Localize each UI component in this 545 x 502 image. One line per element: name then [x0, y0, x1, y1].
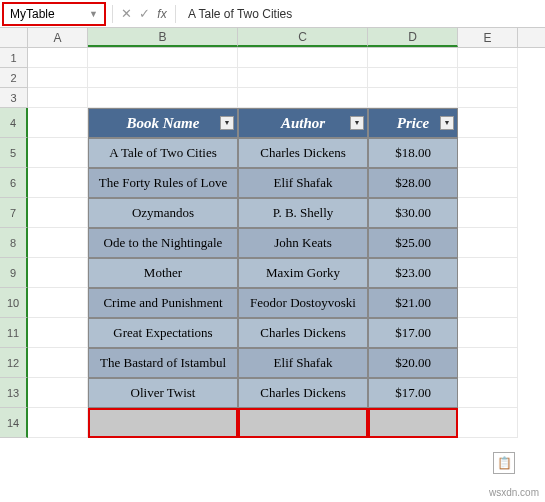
- col-header-e[interactable]: E: [458, 28, 518, 47]
- cell-author[interactable]: Elif Shafak: [238, 348, 368, 378]
- filter-dropdown-icon[interactable]: ▼: [220, 116, 234, 130]
- cell[interactable]: [28, 378, 88, 408]
- cell-price[interactable]: $20.00: [368, 348, 458, 378]
- cell[interactable]: [28, 408, 88, 438]
- cell[interactable]: [458, 408, 518, 438]
- cell-price[interactable]: $17.00: [368, 318, 458, 348]
- cell[interactable]: [368, 88, 458, 108]
- cell[interactable]: [458, 318, 518, 348]
- row-header[interactable]: 7: [0, 198, 28, 228]
- row-header[interactable]: 1: [0, 48, 28, 68]
- cell[interactable]: [238, 88, 368, 108]
- filter-dropdown-icon[interactable]: ▼: [350, 116, 364, 130]
- formula-input[interactable]: A Tale of Two Cities: [180, 0, 545, 27]
- cell[interactable]: [28, 228, 88, 258]
- col-header-b[interactable]: B: [88, 28, 238, 47]
- row-header[interactable]: 4: [0, 108, 28, 138]
- row-header[interactable]: 13: [0, 378, 28, 408]
- cell-author[interactable]: Elif Shafak: [238, 168, 368, 198]
- cell-author[interactable]: Charles Dickens: [238, 378, 368, 408]
- cell[interactable]: [458, 348, 518, 378]
- paste-options-icon[interactable]: 📋: [493, 452, 515, 474]
- cell[interactable]: [28, 88, 88, 108]
- cell[interactable]: [28, 348, 88, 378]
- cell[interactable]: [458, 378, 518, 408]
- cell[interactable]: [88, 88, 238, 108]
- cell-book[interactable]: The Bastard of Istambul: [88, 348, 238, 378]
- cell[interactable]: [28, 68, 88, 88]
- cell-price[interactable]: $23.00: [368, 258, 458, 288]
- cell[interactable]: [368, 68, 458, 88]
- cell-book[interactable]: Mother: [88, 258, 238, 288]
- row-header[interactable]: 14: [0, 408, 28, 438]
- row-header[interactable]: 9: [0, 258, 28, 288]
- col-header-d[interactable]: D: [368, 28, 458, 47]
- cell[interactable]: [88, 48, 238, 68]
- cell[interactable]: [458, 48, 518, 68]
- cell-book[interactable]: Great Expectations: [88, 318, 238, 348]
- cell-price[interactable]: $30.00: [368, 198, 458, 228]
- cell[interactable]: [458, 228, 518, 258]
- cell-author[interactable]: P. B. Shelly: [238, 198, 368, 228]
- cell[interactable]: [28, 48, 88, 68]
- cancel-icon[interactable]: ✕: [117, 6, 135, 21]
- row-header[interactable]: 8: [0, 228, 28, 258]
- cell[interactable]: [28, 138, 88, 168]
- cell-book[interactable]: A Tale of Two Cities: [88, 138, 238, 168]
- row-header[interactable]: 2: [0, 68, 28, 88]
- name-box[interactable]: MyTable ▼: [2, 2, 106, 26]
- cell[interactable]: [28, 108, 88, 138]
- cell-author[interactable]: John Keats: [238, 228, 368, 258]
- cell[interactable]: [238, 408, 368, 438]
- col-header-a[interactable]: A: [28, 28, 88, 47]
- row-header[interactable]: 6: [0, 168, 28, 198]
- cell[interactable]: [28, 318, 88, 348]
- table-header-price[interactable]: Price▼: [368, 108, 458, 138]
- cell[interactable]: [458, 168, 518, 198]
- cell-author[interactable]: Maxim Gorky: [238, 258, 368, 288]
- cell-price[interactable]: $25.00: [368, 228, 458, 258]
- check-icon[interactable]: ✓: [135, 6, 153, 21]
- cell[interactable]: [28, 198, 88, 228]
- cell[interactable]: [458, 108, 518, 138]
- cell[interactable]: [458, 68, 518, 88]
- table-header-author[interactable]: Author▼: [238, 108, 368, 138]
- cell-book[interactable]: Ode to the Nightingale: [88, 228, 238, 258]
- cell[interactable]: [458, 138, 518, 168]
- row-header[interactable]: 10: [0, 288, 28, 318]
- row-header[interactable]: 5: [0, 138, 28, 168]
- row-header[interactable]: 12: [0, 348, 28, 378]
- cell-price[interactable]: $17.00: [368, 378, 458, 408]
- cell[interactable]: [28, 168, 88, 198]
- cell[interactable]: [458, 288, 518, 318]
- cell[interactable]: [458, 258, 518, 288]
- row-header[interactable]: 3: [0, 88, 28, 108]
- cell[interactable]: [458, 198, 518, 228]
- cell-book[interactable]: Crime and Punishment: [88, 288, 238, 318]
- cell[interactable]: [238, 68, 368, 88]
- cell[interactable]: [28, 258, 88, 288]
- col-header-c[interactable]: C: [238, 28, 368, 47]
- cell[interactable]: [458, 88, 518, 108]
- filter-dropdown-icon[interactable]: ▼: [440, 116, 454, 130]
- row-header[interactable]: 11: [0, 318, 28, 348]
- cell[interactable]: [28, 288, 88, 318]
- cell[interactable]: [368, 48, 458, 68]
- cell[interactable]: [88, 68, 238, 88]
- cell-price[interactable]: $18.00: [368, 138, 458, 168]
- cell-book[interactable]: Ozymandos: [88, 198, 238, 228]
- cell-book[interactable]: Oliver Twist: [88, 378, 238, 408]
- cell-price[interactable]: $28.00: [368, 168, 458, 198]
- cell[interactable]: [88, 408, 238, 438]
- chevron-down-icon[interactable]: ▼: [89, 9, 98, 19]
- select-all-corner[interactable]: [0, 28, 28, 47]
- cell-author[interactable]: Charles Dickens: [238, 138, 368, 168]
- cell-author[interactable]: Feodor Dostoyvoski: [238, 288, 368, 318]
- table-header-book[interactable]: Book Name▼: [88, 108, 238, 138]
- cell[interactable]: [238, 48, 368, 68]
- fx-icon[interactable]: fx: [153, 7, 171, 21]
- cell-book[interactable]: The Forty Rules of Love: [88, 168, 238, 198]
- cell-price[interactable]: $21.00: [368, 288, 458, 318]
- cell-author[interactable]: Charles Dickens: [238, 318, 368, 348]
- cell[interactable]: [368, 408, 458, 438]
